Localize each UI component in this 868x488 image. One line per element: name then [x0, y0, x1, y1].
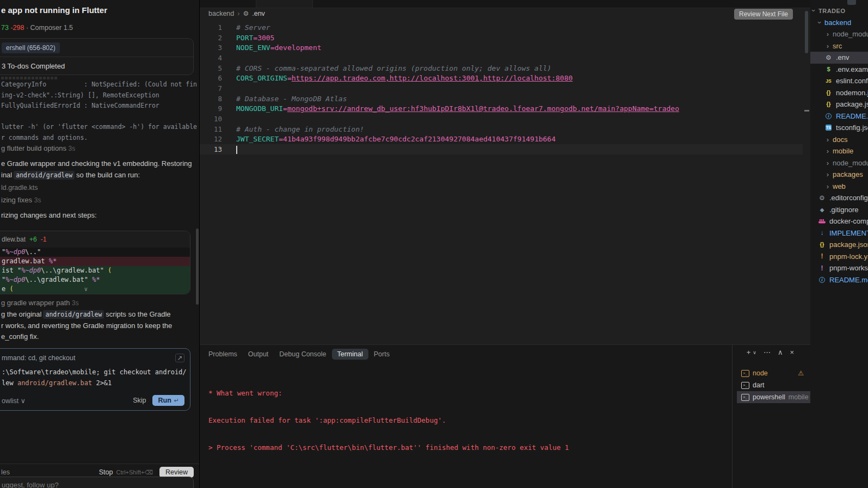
- assistant-paragraph: g the originalandroid/gradlewscripts so …: [1, 309, 194, 343]
- explorer-file-pnpm-workspace[interactable]: pnpm-workspace.yaml: [810, 262, 868, 274]
- code-line[interactable]: 10: [200, 114, 803, 124]
- close-panel-icon[interactable]: ×: [790, 348, 794, 356]
- editor-scrollbar[interactable]: [805, 11, 808, 53]
- more-actions-icon[interactable]: ⋯: [764, 348, 771, 356]
- chat-input[interactable]: [0, 477, 181, 488]
- enter-key-icon: ↵: [174, 397, 179, 404]
- explorer-file-nodemon[interactable]: nodemon.json: [810, 87, 868, 99]
- explorer-file-readme[interactable]: README.md: [810, 110, 868, 122]
- editor-tab-strip[interactable]: [200, 0, 810, 8]
- review-next-file-button[interactable]: Review Next File: [734, 9, 793, 20]
- tab-ports[interactable]: Ports: [374, 350, 390, 358]
- run-summary-card: ershell (656-802) 3 To-dos Completed: [0, 38, 194, 75]
- code-line[interactable]: 8# Database - MongoDB Atlas: [200, 94, 803, 104]
- maximize-panel-icon[interactable]: ∧: [778, 348, 783, 356]
- tab-output[interactable]: Output: [248, 350, 269, 358]
- diff-card-gradlew-bat[interactable]: dlew.bat +6 -1 "%~dp0\.." gradlew.bat %*…: [0, 231, 190, 294]
- code-line[interactable]: 7: [200, 83, 803, 94]
- composer-chat-panel: e app not running in Flutter 73 -298 · C…: [0, 0, 200, 488]
- step-gradle-wrapper-path[interactable]: g gradle wrapper path 3s: [1, 299, 194, 307]
- explorer-folder-node-modules[interactable]: node_modules: [810, 28, 868, 40]
- explorer-file-implementation[interactable]: IMPLEMENTATION.md: [810, 227, 868, 239]
- explorer-file-eslint-config[interactable]: eslint.config.js: [810, 75, 868, 87]
- terminal-item-powershell[interactable]: >_ powershell mobile: [737, 391, 810, 403]
- explorer-folder-backend[interactable]: backend: [810, 17, 868, 29]
- explorer-folder-src[interactable]: src: [810, 40, 868, 52]
- terminal-item-dart[interactable]: >_ dart: [737, 379, 810, 391]
- diff-added-line: ist "%~dp0\..\gradlew.bat" (: [0, 266, 190, 275]
- explorer-file-editorconfig[interactable]: .editorconfig: [810, 192, 868, 204]
- step-duration: 3s: [69, 145, 76, 152]
- url-link[interactable]: mongodb+srv://andrew_db_user:hf3hubIpDIr…: [287, 104, 679, 113]
- todos-row[interactable]: 3 To-dos Completed: [0, 57, 193, 75]
- powershell-badge[interactable]: ershell (656-802): [2, 42, 60, 53]
- explorer-file-package-json-root[interactable]: package.json: [810, 239, 868, 251]
- diff-removed-line: gradlew.bat %*: [0, 257, 190, 266]
- shell-run-row[interactable]: ershell (656-802): [0, 39, 193, 57]
- code-line[interactable]: 3NODE_ENV=development: [200, 42, 803, 53]
- terminal-icon: >_: [741, 370, 749, 377]
- powershell-output-excerpt: CategoryInfo : NotSpecified: (Could not …: [1, 79, 194, 143]
- active-tab-stub[interactable]: [256, 0, 313, 8]
- stop-shortcut: Ctrl+Shift+⌫: [116, 469, 153, 476]
- tab-debug-console[interactable]: Debug Console: [279, 350, 326, 358]
- file-reference[interactable]: ld.gradle.kts: [1, 184, 194, 192]
- diff-filename: dlew.bat: [2, 236, 26, 243]
- code-line[interactable]: 12JWT_SECRET=41b4a93f998d949bb2afcbe7c90…: [200, 134, 803, 145]
- tab-terminal[interactable]: Terminal: [332, 349, 368, 360]
- terminal-output[interactable]: * What went wrong: Execution failed for …: [208, 371, 569, 488]
- open-in-terminal-icon[interactable]: ↗: [175, 354, 184, 362]
- chevron-down-icon[interactable]: ∨: [753, 350, 756, 355]
- code-line[interactable]: 11# Auth - change in production!: [200, 124, 803, 134]
- inline-code-gradlew: android/gradlew: [14, 171, 75, 180]
- explorer-file-readme-root[interactable]: README.md: [810, 274, 868, 286]
- diff-expand-chevron-icon[interactable]: ∨: [84, 285, 88, 294]
- stop-button[interactable]: Stop: [99, 468, 113, 476]
- step-flutter-build-options[interactable]: g flutter build options 3s: [1, 144, 194, 152]
- explorer-folder-docs[interactable]: docs: [810, 134, 868, 146]
- run-button[interactable]: Run↵: [152, 395, 184, 406]
- allowlist-dropdown[interactable]: owlist ∨: [2, 397, 26, 405]
- docker-whale-icon: [818, 218, 826, 225]
- breadcrumb-file[interactable]: .env: [252, 10, 265, 17]
- explorer-file-env-example[interactable]: .env.example: [810, 64, 868, 76]
- step-finalizing-fixes[interactable]: izing fixes 3s: [1, 196, 194, 204]
- code-line[interactable]: 2PORT=3005: [200, 33, 803, 43]
- explorer-file-package-json[interactable]: package.json: [810, 98, 868, 110]
- command-proposal-card: mmand: cd, git checkout ↗ :\Software\tra…: [0, 348, 190, 411]
- code-line[interactable]: 5# CORS - comma-separated allowed origin…: [200, 63, 803, 73]
- code-line[interactable]: 4: [200, 53, 803, 63]
- skip-button[interactable]: Skip: [133, 397, 146, 404]
- chat-input-box[interactable]: [0, 477, 194, 488]
- review-button[interactable]: Review: [159, 467, 194, 478]
- explorer-root-tradeo[interactable]: TRADEO: [810, 5, 868, 17]
- gear-icon: ⚙: [243, 10, 249, 17]
- diff-header[interactable]: dlew.bat +6 -1: [0, 231, 190, 248]
- code-line[interactable]: 6CORS_ORIGINS=https://app.tradeo.com,htt…: [200, 73, 803, 83]
- explorer-folder-web[interactable]: web: [810, 181, 868, 193]
- explorer-folder-packages[interactable]: packages: [810, 169, 868, 181]
- code-line-active[interactable]: 13: [200, 144, 803, 155]
- todos-label: 3 To-dos Completed: [2, 62, 65, 70]
- new-terminal-icon[interactable]: +: [747, 348, 751, 356]
- explorer-file-gitignore[interactable]: .gitignore: [810, 204, 868, 216]
- bottom-panel: Problems Output Debug Console Terminal P…: [200, 344, 810, 488]
- explorer-folder-mobile[interactable]: mobile: [810, 145, 868, 157]
- chat-meta: 73 -298 · Composer 1.5: [1, 24, 194, 32]
- explorer-file-tsconfig[interactable]: tsconfig.json: [810, 122, 868, 134]
- tab-problems[interactable]: Problems: [208, 350, 237, 358]
- json-file-icon: [818, 241, 826, 249]
- explorer-file-env-selected[interactable]: .env: [810, 52, 868, 64]
- explorer-file-docker-compose[interactable]: docker-compose.yml: [810, 215, 868, 227]
- chat-scrollbar[interactable]: [196, 228, 199, 305]
- code-line[interactable]: 1# Server: [200, 22, 803, 33]
- explorer-folder-node-modules[interactable]: node_modules: [810, 157, 868, 169]
- exclamation-icon: [818, 264, 826, 272]
- code-line[interactable]: 9MONGODB_URI=mongodb+srv://andrew_db_use…: [200, 104, 803, 114]
- explorer-file-pnpm-lock[interactable]: pnpm-lock.yaml: [810, 251, 868, 263]
- scrollbar-marker: [804, 110, 809, 112]
- breadcrumb-folder[interactable]: backend: [208, 10, 234, 17]
- terminal-item-node[interactable]: >_ node ⚠: [737, 367, 810, 379]
- url-link[interactable]: https://app.tradeo.com,http://localhost:…: [292, 74, 573, 82]
- code-editor: 1# Server 2PORT=3005 3NODE_ENV=developme…: [200, 22, 803, 155]
